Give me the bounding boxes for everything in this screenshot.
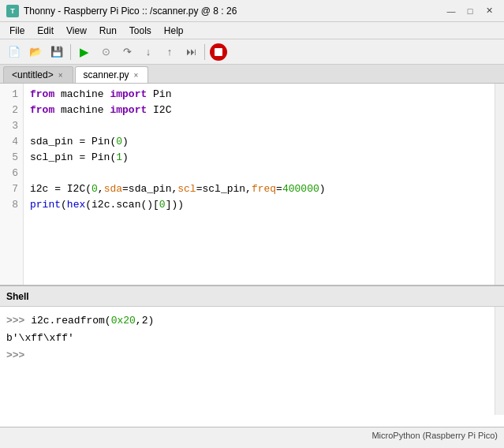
shell-scrollbar[interactable]: [495, 307, 504, 415]
stop-icon: [210, 43, 227, 61]
step-over-button[interactable]: ↷: [118, 43, 136, 62]
step-into-button[interactable]: ↓: [139, 43, 158, 62]
code-line-6: [30, 166, 488, 181]
tab-scanner-label: scanner.py: [84, 69, 129, 80]
status-text: MicroPython (Raspberry Pi Pico): [371, 431, 498, 440]
shell-result-1: b'\xff\xff': [6, 332, 74, 344]
tab-untitled[interactable]: <untitled> ×: [3, 66, 73, 83]
resume-button[interactable]: ⏭: [181, 43, 200, 62]
line-numbers: 1 2 3 4 5 6 7 8: [0, 84, 24, 285]
save-button[interactable]: 💾: [47, 43, 66, 62]
code-line-8: print(hex(i2c.scan()[0])): [30, 197, 488, 213]
window-controls: — □ ✕: [442, 3, 498, 19]
code-line-4: sda_pin = Pin(0): [30, 134, 488, 150]
shell-text[interactable]: >>> i2c.readfrom(0x20,2) b'\xff\xff' >>>: [0, 307, 495, 415]
menu-file[interactable]: File: [3, 24, 31, 38]
status-bar: MicroPython (Raspberry Pi Pico): [0, 427, 504, 442]
window-title: Thonny - Raspberry Pi Pico :: /scanner.p…: [24, 6, 237, 17]
menu-run[interactable]: Run: [93, 24, 123, 38]
tab-scanner[interactable]: scanner.py ×: [75, 66, 149, 83]
run-button[interactable]: ▶: [75, 43, 94, 62]
editor-scrollbar[interactable]: [495, 84, 504, 285]
toolbar: 📄 📂 💾 ▶ ⊙ ↷ ↓ ↑ ⏭: [0, 39, 504, 65]
tab-scanner-close[interactable]: ×: [133, 71, 140, 80]
editor: 1 2 3 4 5 6 7 8 from machine import Pin …: [0, 84, 504, 285]
code-line-2: from machine import I2C: [30, 103, 488, 118]
tab-bar: <untitled> × scanner.py ×: [0, 65, 504, 84]
line-num-7: 7: [0, 181, 18, 197]
close-button[interactable]: ✕: [480, 3, 498, 19]
line-num-6: 6: [0, 166, 18, 181]
shell-header: Shell: [0, 285, 504, 307]
line-num-2: 2: [0, 103, 18, 118]
shell-prompt-2: >>>: [6, 349, 31, 361]
app-icon: T: [6, 5, 19, 17]
shell-area: Shell >>> i2c.readfrom(0x20,2) b'\xff\xf…: [0, 285, 504, 415]
new-button[interactable]: 📄: [5, 43, 24, 62]
shell-line-1: >>> i2c.readfrom(0x20,2): [6, 312, 488, 329]
menu-view[interactable]: View: [60, 24, 93, 38]
stop-inner: [215, 48, 222, 56]
code-area[interactable]: from machine import Pin from machine imp…: [24, 84, 495, 285]
line-num-8: 8: [0, 197, 18, 213]
shell-body: >>> i2c.readfrom(0x20,2) b'\xff\xff' >>>: [0, 307, 504, 415]
debug-button[interactable]: ⊙: [96, 43, 115, 62]
menu-bar: File Edit View Run Tools Help: [0, 22, 504, 39]
line-num-1: 1: [0, 87, 18, 103]
shell-prompt-1: >>>: [6, 315, 31, 327]
code-line-3: [30, 118, 488, 134]
minimize-button[interactable]: —: [442, 3, 460, 19]
code-line-7: i2c = I2C(0,sda=sda_pin,scl=scl_pin,freq…: [30, 181, 488, 197]
line-num-3: 3: [0, 118, 18, 134]
open-button[interactable]: 📂: [26, 43, 45, 62]
shell-cmd-1: i2c.readfrom(0x20,2): [31, 315, 154, 327]
tab-untitled-label: <untitled>: [12, 69, 54, 80]
toolbar-sep2: [204, 44, 205, 60]
line-num-5: 5: [0, 150, 18, 166]
maximize-button[interactable]: □: [461, 3, 479, 19]
code-line-5: scl_pin = Pin(1): [30, 150, 488, 166]
shell-label: Shell: [6, 291, 29, 302]
title-bar: T Thonny - Raspberry Pi Pico :: /scanner…: [0, 0, 504, 22]
title-bar-left: T Thonny - Raspberry Pi Pico :: /scanner…: [6, 5, 237, 17]
menu-edit[interactable]: Edit: [31, 24, 60, 38]
menu-tools[interactable]: Tools: [123, 24, 158, 38]
code-line-1: from machine import Pin: [30, 87, 488, 103]
shell-line-3: >>>: [6, 346, 488, 364]
tab-untitled-close[interactable]: ×: [57, 71, 65, 80]
empty-space: [0, 415, 504, 427]
menu-help[interactable]: Help: [158, 24, 190, 38]
step-out-button[interactable]: ↑: [160, 43, 179, 62]
toolbar-sep1: [70, 44, 71, 60]
line-num-4: 4: [0, 134, 18, 150]
stop-button[interactable]: [209, 43, 228, 62]
shell-line-2: b'\xff\xff': [6, 329, 488, 346]
